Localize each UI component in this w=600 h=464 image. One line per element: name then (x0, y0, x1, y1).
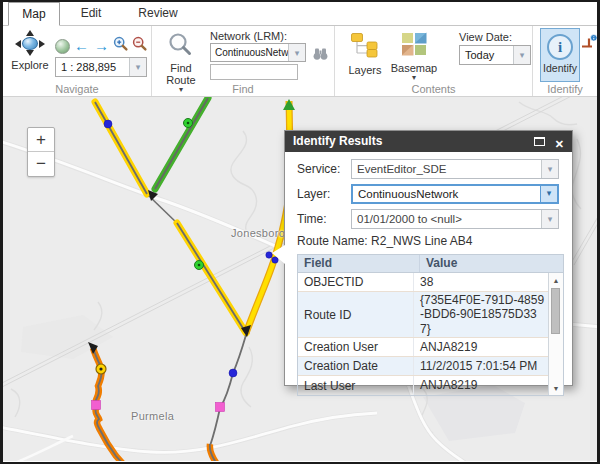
tab-map[interactable]: Map (8, 2, 60, 26)
explore-icon (15, 30, 45, 56)
maximize-icon[interactable] (534, 137, 545, 146)
table-scrollbar[interactable]: ▲ ▼ (548, 273, 563, 395)
route-green[interactable] (155, 98, 208, 189)
event-editor-window: Map Edit Review Explore ← → 1 : 288,8 (0, 0, 600, 464)
basemap-icon (401, 32, 427, 56)
layer-value: ContinuousNetwork (358, 186, 458, 202)
scroll-down-icon[interactable]: ▼ (549, 385, 563, 392)
map-viewport[interactable]: Jonesboro Purmela + − Identify Results ✕… (3, 97, 597, 461)
zoom-in-icon[interactable] (113, 36, 129, 56)
table-row: Creation Date 11/2/2015 7:01:54 PM (298, 357, 548, 376)
layer-combobox[interactable]: ContinuousNetwork ▾ (351, 184, 559, 204)
zoom-out-icon[interactable] (132, 36, 148, 56)
identify-button[interactable]: i Identify (540, 28, 580, 82)
view-date-combobox[interactable]: Today ▾ (459, 45, 531, 65)
group-label-identify: Identify (533, 83, 597, 95)
map-scale-combobox[interactable]: 1 : 288,895 ▾ (55, 57, 147, 77)
value-cell: ANJA8219 (414, 339, 548, 355)
group-find: Find Route ▾ Network (LRM): ContinuousNe… (152, 26, 335, 96)
time-value: 01/01/2000 to <null> (357, 210, 462, 228)
zoom-out-button[interactable]: − (28, 152, 54, 176)
route-yellow-selected[interactable] (95, 102, 246, 333)
explore-label: Explore (7, 59, 53, 71)
green-direction-arrow (283, 99, 295, 110)
table-rows: OBJECTID 38 Route ID {735E4F0E-791D-4859… (298, 273, 548, 395)
map-scale-value: 1 : 288,895 (61, 58, 116, 76)
network-combobox[interactable]: ContinuousNetwork ▾ (210, 43, 306, 62)
ribbon: Explore ← → 1 : 288,895 ▾ Navigate Find … (3, 26, 597, 97)
find-route-magnifier-icon (168, 32, 194, 58)
basemap-dropdown-caret[interactable]: ▾ (389, 74, 439, 82)
scrollbar-thumb[interactable] (551, 288, 560, 334)
network-lrm-label: Network (LRM): (210, 30, 287, 42)
field-cell: Creation User (298, 338, 414, 356)
field-cell: OBJECTID (298, 273, 414, 291)
place-label-jonesboro: Jonesboro (231, 227, 285, 239)
route-search-input[interactable] (210, 64, 298, 80)
table-header-row: Field Value (298, 255, 563, 273)
layers-icon (350, 32, 380, 58)
yellow-ring-marker (96, 364, 106, 374)
route-name-label: Route Name: (297, 234, 368, 248)
scroll-up-icon[interactable]: ▲ (549, 277, 563, 284)
explore-button[interactable]: Explore (7, 30, 53, 71)
group-label-navigate: Navigate (3, 83, 151, 95)
previous-extent-button[interactable]: ← (73, 38, 90, 54)
route-name-value: R2_NWS Line AB4 (371, 234, 472, 248)
layer-dropdown-arrow[interactable]: ▾ (540, 186, 557, 202)
table-row: Creation User ANJA8219 (298, 338, 548, 357)
group-identify: i Identify Identify (533, 26, 597, 96)
time-dropdown-arrow[interactable]: ▾ (541, 210, 558, 228)
table-row: Route ID {735E4F0E-791D-4859-BDD6-90E185… (298, 292, 548, 338)
layer-label: Layer: (297, 187, 351, 201)
identify-button-label: Identify (541, 62, 579, 74)
value-cell: {735E4F0E-791D-4859-BDD6-90E18575D337} (414, 292, 548, 337)
service-combobox[interactable]: EventEditor_SDE ▾ (351, 159, 559, 179)
ribbon-tab-bar: Map Edit Review (3, 2, 597, 26)
identify-route-location-icon[interactable] (580, 34, 597, 54)
identify-icon: i (547, 34, 573, 60)
view-date-dropdown-arrow[interactable]: ▾ (513, 46, 530, 64)
close-icon[interactable]: ✕ (555, 134, 564, 155)
value-cell: ANJA8219 (414, 377, 548, 393)
route-name-row: Route Name: R2_NWS Line AB4 (297, 234, 559, 248)
value-column-header: Value (420, 255, 563, 272)
tab-review[interactable]: Review (122, 2, 194, 25)
value-cell: 38 (414, 274, 548, 290)
panel-body: Service: EventEditor_SDE ▾ Layer: Contin… (285, 152, 572, 396)
group-navigate: Explore ← → 1 : 288,895 ▾ Navigate (3, 26, 152, 96)
binoculars-icon[interactable] (312, 45, 329, 65)
next-extent-button[interactable]: → (93, 38, 110, 54)
panel-title-bar[interactable]: Identify Results ✕ (285, 131, 572, 152)
tab-edit[interactable]: Edit (60, 2, 122, 25)
scale-dropdown-arrow[interactable]: ▾ (129, 58, 146, 76)
network-dropdown-arrow[interactable]: ▾ (288, 44, 305, 61)
view-date-value: Today (465, 46, 494, 64)
place-label-purmela: Purmela (131, 410, 174, 422)
layers-label: Layers (345, 64, 385, 76)
zoom-in-button[interactable]: + (28, 128, 54, 152)
navigate-icon-row: ← → (55, 37, 148, 55)
field-cell: Last User (298, 376, 414, 395)
basemap-button[interactable]: Basemap ▾ (389, 32, 439, 82)
full-extent-globe-icon[interactable] (55, 39, 70, 54)
field-cell: Route ID (298, 292, 414, 337)
group-label-find: Find (152, 83, 334, 95)
service-dropdown-arrow[interactable]: ▾ (541, 160, 558, 178)
find-route-label-1: Find (160, 62, 202, 74)
table-row: Last User ANJA8219 (298, 376, 548, 395)
time-label: Time: (297, 212, 351, 226)
service-value: EventEditor_SDE (357, 160, 447, 178)
time-combobox[interactable]: 01/01/2000 to <null> ▾ (351, 209, 559, 229)
table-row: OBJECTID 38 (298, 273, 548, 292)
map-zoom-control: + − (27, 127, 55, 177)
field-column-header: Field (298, 255, 420, 272)
field-cell: Creation Date (298, 357, 414, 375)
app-frame: Map Edit Review Explore ← → 1 : 288,8 (3, 2, 597, 462)
panel-callout-pointer (272, 245, 285, 264)
panel-title: Identify Results (293, 134, 382, 148)
attributes-table: Field Value OBJECTID 38 Route ID {735E4F… (297, 254, 564, 396)
view-date-label: View Date: (459, 31, 512, 43)
service-label: Service: (297, 162, 351, 176)
layers-button[interactable]: Layers (345, 32, 385, 76)
